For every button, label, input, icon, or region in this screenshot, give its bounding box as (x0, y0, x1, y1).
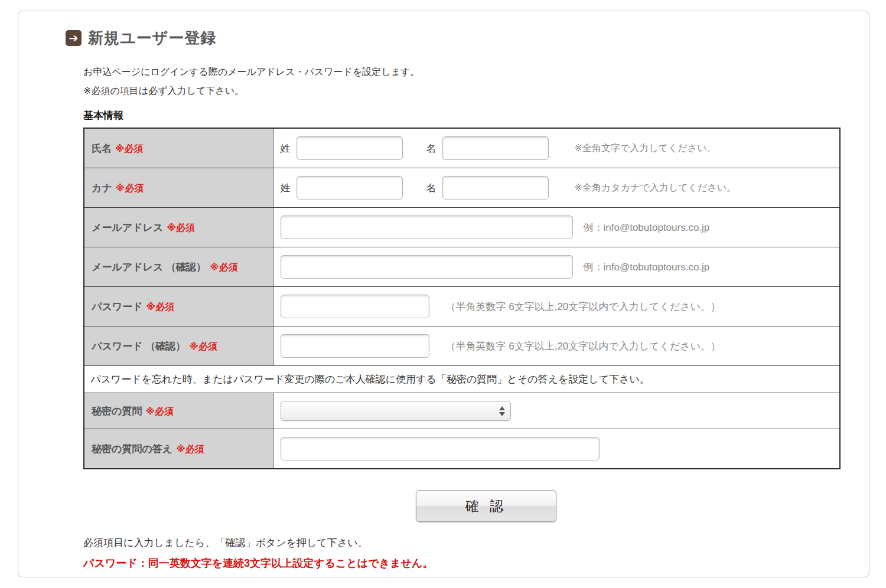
arrow-right-icon: ➔ (66, 30, 82, 46)
password-input[interactable] (281, 295, 429, 318)
field-label: 秘密の質問 (92, 406, 142, 417)
required-badge: ※必須 (116, 183, 144, 193)
field-label: パスワード （確認） (92, 341, 185, 352)
last-name-label: 姓 (281, 142, 291, 155)
secret-answer-input[interactable] (281, 437, 600, 460)
email-input[interactable] (281, 215, 573, 239)
required-badge: ※必須 (167, 223, 195, 233)
email-example: 例：info@tobutoptours.co.jp (584, 221, 710, 234)
field-label: 秘密の質問の答え (92, 443, 172, 455)
required-badge: ※必須 (115, 143, 144, 153)
page-title: 新規ユーザー登録 (88, 28, 216, 48)
registration-form-table: 氏名※必須 姓 名 ※全角文字で入力してください。 (83, 128, 841, 469)
kana-label-cell: カナ※必須 (84, 168, 273, 208)
password-confirm-note: （半角英数字 6文字以上,20文字以内で入力してください。） (446, 339, 721, 353)
kana-first-name-label: 名 (426, 181, 437, 195)
intro-line-1: お申込ページにログインする際のメールアドレス・パスワードを設定します。 (83, 63, 869, 81)
secret-question-label-cell: 秘密の質問※必須 (84, 393, 273, 429)
name-label-cell: 氏名※必須 (84, 128, 273, 168)
button-row: 確 認 (83, 490, 841, 522)
section-heading: 基本情報 (83, 109, 869, 122)
password-confirm-label-cell: パスワード （確認）※必須 (84, 326, 273, 366)
field-label: パスワード (92, 301, 143, 312)
password-warning: パスワード：同一英数文字を連続3文字以上設定することはできません。 (83, 556, 869, 570)
select-arrows-icon (499, 406, 505, 416)
required-badge: ※必須 (146, 302, 175, 312)
required-badge: ※必須 (189, 341, 217, 351)
intro-line-2: ※必須の項目は必ず入力して下さい。 (83, 81, 869, 100)
last-name-input[interactable] (297, 136, 403, 160)
table-row-password-confirm: パスワード （確認）※必須 （半角英数字 6文字以上,20文字以内で入力してくだ… (84, 326, 840, 366)
field-label: メールアドレス （確認） (92, 262, 206, 273)
table-row-secret-question: 秘密の質問※必須 (84, 393, 840, 429)
table-row-email: メールアドレス※必須 例：info@tobutoptours.co.jp (84, 208, 840, 247)
required-badge: ※必須 (176, 444, 204, 454)
secret-question-select[interactable] (281, 401, 511, 421)
email-confirm-input[interactable] (281, 255, 573, 279)
secret-question-note: パスワードを忘れた時、またはパスワード変更の際のご本人確認に使用する「秘密の質問… (84, 366, 840, 393)
intro-text: お申込ページにログインする際のメールアドレス・パスワードを設定します。 ※必須の… (83, 63, 869, 100)
field-label: メールアドレス (92, 222, 163, 233)
email-confirm-label-cell: メールアドレス （確認）※必須 (84, 247, 273, 287)
kana-last-name-label: 姓 (281, 181, 291, 195)
table-row-kana: カナ※必須 姓 名 ※全角カタカナで入力してください。 (84, 168, 840, 208)
table-row-name: 氏名※必須 姓 名 ※全角文字で入力してください。 (84, 128, 840, 168)
table-row-secret-note: パスワードを忘れた時、またはパスワード変更の際のご本人確認に使用する「秘密の質問… (84, 366, 840, 393)
email-confirm-example: 例：info@tobutoptours.co.jp (584, 260, 710, 274)
required-badge: ※必須 (145, 406, 174, 416)
footer-instruction: 必須項目に入力しましたら、「確認」ボタンを押して下さい。 (83, 536, 869, 550)
kana-first-name-input[interactable] (442, 176, 549, 200)
confirm-button[interactable]: 確 認 (416, 490, 556, 522)
first-name-label: 名 (426, 142, 437, 155)
table-row-email-confirm: メールアドレス （確認）※必須 例：info@tobutoptours.co.j… (84, 247, 840, 287)
kana-note: ※全角カタカナで入力してください。 (575, 182, 737, 194)
email-label-cell: メールアドレス※必須 (84, 208, 273, 247)
kana-last-name-input[interactable] (297, 176, 403, 200)
first-name-input[interactable] (442, 136, 549, 160)
field-label: 氏名 (92, 143, 112, 154)
required-badge: ※必須 (210, 262, 238, 272)
content-panel: ➔ 新規ユーザー登録 お申込ページにログインする際のメールアドレス・パスワードを… (18, 11, 869, 577)
password-confirm-input[interactable] (281, 334, 429, 358)
page-header: ➔ 新規ユーザー登録 (66, 28, 869, 48)
password-label-cell: パスワード※必須 (84, 287, 273, 326)
table-row-secret-answer: 秘密の質問の答え※必須 (84, 429, 840, 469)
secret-answer-label-cell: 秘密の質問の答え※必須 (84, 429, 273, 469)
name-note: ※全角文字で入力してください。 (575, 142, 716, 155)
field-label: カナ (92, 182, 112, 194)
password-note: （半角英数字 6文字以上,20文字以内で入力してください。） (446, 300, 721, 313)
table-row-password: パスワード※必須 （半角英数字 6文字以上,20文字以内で入力してください。） (84, 287, 840, 326)
page: ➔ 新規ユーザー登録 お申込ページにログインする際のメールアドレス・パスワードを… (0, 0, 886, 588)
